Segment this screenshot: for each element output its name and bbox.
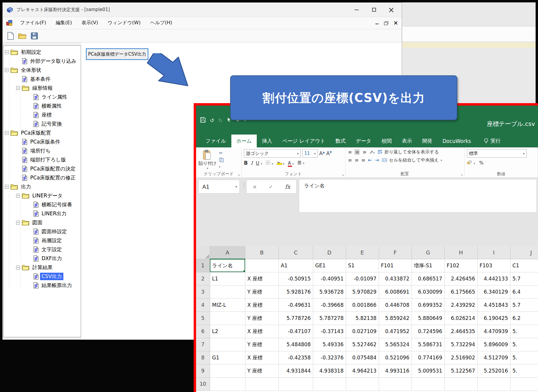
cell-A6[interactable]: L2 bbox=[210, 325, 245, 338]
cell-E5[interactable]: 5.82138 bbox=[346, 312, 379, 325]
cell-G7[interactable]: 5.586731 bbox=[412, 338, 444, 351]
tree-item-横断記号採番[interactable]: 横断記号採番 bbox=[4, 200, 81, 209]
cell-D5[interactable]: 5.787278 bbox=[313, 312, 346, 325]
tree-item-DXF出力[interactable]: DXF出力 bbox=[4, 254, 81, 263]
cell-I9[interactable]: 5.252016 bbox=[477, 364, 510, 377]
cell-D7[interactable]: 5.49336 bbox=[313, 338, 346, 351]
decrease-font-icon[interactable]: A▼ bbox=[326, 150, 332, 156]
tab-ページ レイアウト[interactable]: ページ レイアウト bbox=[277, 135, 330, 147]
cell-J1[interactable]: C1 bbox=[510, 259, 538, 272]
name-box[interactable]: A1 ▾ bbox=[198, 180, 240, 193]
row-header-3[interactable]: 3 bbox=[196, 285, 210, 298]
cell-H1[interactable]: F102 bbox=[444, 259, 477, 272]
tree-item-基本条件[interactable]: 基本条件 bbox=[4, 74, 81, 83]
cell-A3[interactable] bbox=[210, 285, 245, 298]
mdi-restore-icon[interactable] bbox=[384, 21, 388, 25]
cell-I5[interactable]: 6.190425 bbox=[477, 312, 510, 325]
alignment-dialog-launcher-icon[interactable]: ↘ bbox=[461, 173, 463, 176]
tab-開発[interactable]: 開発 bbox=[417, 135, 437, 147]
cell-F1[interactable]: F101 bbox=[379, 259, 412, 272]
column-header-F[interactable]: F bbox=[379, 246, 412, 259]
column-header-G[interactable]: G bbox=[412, 246, 444, 259]
column-header-C[interactable]: C bbox=[279, 246, 313, 259]
tree-item-ライン属性[interactable]: ライン属性 bbox=[4, 92, 81, 101]
cell-G10[interactable] bbox=[412, 377, 444, 391]
cell-D2[interactable]: -0.40951 bbox=[313, 272, 346, 285]
cell-I1[interactable]: F103 bbox=[477, 259, 510, 272]
mdi-close-icon[interactable]: × bbox=[393, 20, 398, 26]
tree-item-計算結果[interactable]: 計算結果 bbox=[4, 263, 81, 272]
cell-H4[interactable]: 2.439292 bbox=[444, 298, 477, 312]
cell-I4[interactable]: 4.451843 bbox=[477, 298, 510, 312]
menu-item-1[interactable]: 編集(E) bbox=[51, 18, 77, 28]
cell-H7[interactable]: 5.732294 bbox=[444, 338, 477, 351]
borders-icon[interactable] bbox=[266, 161, 270, 165]
tree-item-線形情報[interactable]: 線形情報 bbox=[4, 83, 81, 92]
cell-H3[interactable]: 6.175665 bbox=[444, 285, 477, 298]
pca-csv-export-button[interactable]: PCa床版座標データCSV出力 bbox=[86, 48, 148, 60]
cell-B7[interactable]: Y 座標 bbox=[245, 338, 279, 351]
excel-save-icon[interactable] bbox=[200, 117, 206, 124]
tree-item-場所打ち[interactable]: 場所打ち bbox=[4, 146, 81, 155]
cell-H8[interactable]: 2.516902 bbox=[444, 351, 477, 364]
tree-item-出力[interactable]: 出力 bbox=[4, 182, 81, 191]
column-header-A[interactable]: A bbox=[210, 246, 245, 259]
cell-F10[interactable] bbox=[379, 377, 412, 391]
fill-color-icon[interactable] bbox=[277, 161, 282, 165]
cell-G6[interactable]: 0.724596 bbox=[412, 325, 444, 338]
cell-A10[interactable] bbox=[210, 377, 245, 391]
cell-J8[interactable]: 5. bbox=[510, 351, 538, 364]
tree-item-外部データ取り込み[interactable]: 外部データ取り込み bbox=[4, 57, 81, 65]
align-bottom-icon[interactable]: ≡ bbox=[363, 149, 366, 155]
column-header-J[interactable]: J bbox=[510, 246, 538, 259]
tree-item-文字設定[interactable]: 文字設定 bbox=[4, 245, 81, 254]
tab-挿入[interactable]: 挿入 bbox=[257, 135, 277, 147]
cell-E6[interactable]: 0.027109 bbox=[346, 325, 379, 338]
merge-center-button[interactable]: セルを結合して中央揃え ▾ bbox=[382, 157, 442, 163]
cell-G9[interactable]: 5.009531 bbox=[412, 364, 444, 377]
cell-C7[interactable]: 5.484808 bbox=[279, 338, 313, 351]
cell-I3[interactable]: 6.340129 bbox=[477, 285, 510, 298]
menu-item-0[interactable]: ファイル(F) bbox=[15, 18, 51, 28]
cell-B10[interactable] bbox=[245, 377, 279, 391]
tree-item-端部打下ろし版[interactable]: 端部打下ろし版 bbox=[4, 155, 81, 164]
row-header-4[interactable]: 4 bbox=[196, 298, 210, 312]
cell-F8[interactable]: 0.521096 bbox=[379, 351, 412, 364]
cell-G4[interactable]: 0.699352 bbox=[412, 298, 444, 312]
cell-H10[interactable] bbox=[444, 377, 477, 391]
tree-collapse-icon[interactable] bbox=[16, 194, 20, 198]
font-dialog-launcher-icon[interactable]: ↘ bbox=[342, 173, 344, 176]
orientation-icon[interactable]: ⇗▾ bbox=[369, 149, 375, 155]
cell-J4[interactable]: 5.7 bbox=[510, 298, 538, 312]
formula-bar-input[interactable]: ライン名 bbox=[299, 179, 537, 213]
cell-F2[interactable]: 0.433872 bbox=[379, 272, 412, 285]
cell-G5[interactable]: 5.880649 bbox=[412, 312, 444, 325]
cell-A9[interactable] bbox=[210, 364, 245, 377]
open-folder-icon[interactable] bbox=[18, 31, 27, 41]
clipboard-dialog-launcher-icon[interactable]: ↘ bbox=[238, 173, 240, 176]
tree-collapse-icon[interactable] bbox=[5, 131, 9, 135]
cell-B9[interactable]: Y 座標 bbox=[245, 364, 279, 377]
tab-ファイル[interactable]: ファイル bbox=[200, 135, 231, 147]
tree-collapse-icon[interactable] bbox=[5, 68, 9, 72]
cell-F4[interactable]: 0.446708 bbox=[379, 298, 412, 312]
cell-I8[interactable]: 4.512709 bbox=[477, 351, 510, 364]
tree-item-記号変換[interactable]: 記号変換 bbox=[4, 119, 81, 128]
cancel-entry-icon[interactable]: × bbox=[253, 184, 257, 190]
tree-collapse-icon[interactable] bbox=[5, 185, 9, 189]
cell-F7[interactable]: 5.565324 bbox=[379, 338, 412, 351]
cell-I7[interactable]: 5.896009 bbox=[477, 338, 510, 351]
mdi-minimize-icon[interactable] bbox=[375, 22, 379, 24]
close-button[interactable]: × bbox=[383, 4, 400, 16]
increase-indent-icon[interactable]: ⇥ bbox=[375, 157, 379, 163]
cell-A1[interactable]: ライン名 bbox=[210, 259, 245, 272]
row-header-9[interactable]: 9 bbox=[196, 364, 210, 377]
tree-item-横断属性[interactable]: 横断属性 bbox=[4, 101, 81, 110]
cell-E4[interactable]: 0.001866 bbox=[346, 298, 379, 312]
tree-item-座標[interactable]: 座標 bbox=[4, 110, 81, 119]
tree-item-CSV出力[interactable]: CSV出力 bbox=[4, 272, 81, 281]
cell-I6[interactable]: 4.470939 bbox=[477, 325, 510, 338]
paste-button[interactable]: 貼り付け ▾ bbox=[198, 149, 217, 171]
cell-F5[interactable]: 5.859242 bbox=[379, 312, 412, 325]
tree-item-PCa床版配置の修正[interactable]: PCa床版配置の修正 bbox=[4, 173, 81, 182]
